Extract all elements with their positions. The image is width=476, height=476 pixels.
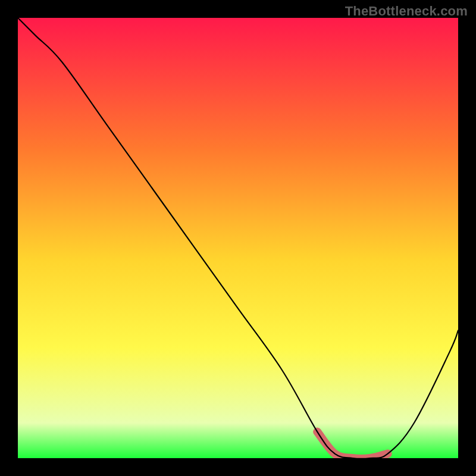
plot-area [18, 18, 458, 458]
plot-svg [18, 18, 458, 458]
watermark-text: TheBottleneck.com [345, 4, 468, 19]
gradient-background [18, 18, 458, 458]
chart-frame: TheBottleneck.com [0, 0, 476, 476]
